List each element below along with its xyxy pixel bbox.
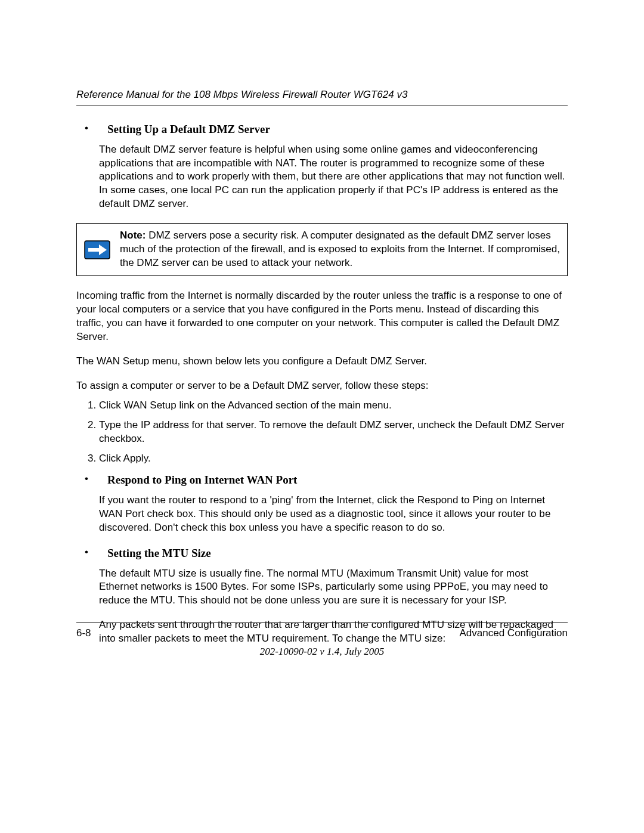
- section-dmz: • Setting Up a Default DMZ Server: [76, 122, 568, 137]
- section-heading-dmz: Setting Up a Default DMZ Server: [107, 122, 270, 137]
- arrow-right-icon: [84, 240, 110, 259]
- bullet-icon: •: [76, 472, 107, 488]
- note-label: Note:: [120, 230, 145, 241]
- note-text: Note: DMZ servers pose a security risk. …: [117, 224, 567, 275]
- paragraph: If you want the router to respond to a '…: [99, 494, 568, 535]
- section-dmz-body: The default DMZ server feature is helpfu…: [99, 143, 568, 212]
- list-item: Type the IP address for that server. To …: [99, 419, 568, 446]
- section-ping-body: If you want the router to respond to a '…: [99, 494, 568, 535]
- steps-list: Click WAN Setup link on the Advanced sec…: [76, 399, 568, 466]
- note-box: Note: DMZ servers pose a security risk. …: [76, 223, 568, 276]
- page-number: 6-8: [76, 627, 91, 640]
- paragraph: To assign a computer or server to be a D…: [76, 379, 568, 393]
- step-text: Click Apply.: [99, 453, 151, 464]
- step-text: Click WAN Setup link on the Advanced sec…: [99, 400, 392, 411]
- list-item: Click Apply.: [99, 452, 568, 466]
- section-heading-mtu: Setting the MTU Size: [107, 546, 211, 561]
- document-page: Reference Manual for the 108 Mbps Wirele…: [0, 0, 644, 833]
- footer-rule: [76, 623, 568, 623]
- paragraph: The default MTU size is usually fine. Th…: [99, 567, 568, 608]
- note-icon-cell: [77, 224, 117, 275]
- footer-section-title: Advanced Configuration: [460, 627, 568, 640]
- step-text: Type the IP address for that server. To …: [99, 419, 565, 444]
- header-rule: [76, 106, 568, 106]
- footer-docid: 202-10090-02 v 1.4, July 2005: [76, 645, 568, 659]
- list-item: Click WAN Setup link on the Advanced sec…: [99, 399, 568, 413]
- svg-rect-1: [88, 248, 99, 252]
- paragraph: The WAN Setup menu, shown below lets you…: [76, 355, 568, 368]
- footer-line: 6-8 Advanced Configuration: [76, 627, 568, 640]
- note-body: DMZ servers pose a security risk. A comp…: [120, 230, 560, 268]
- section-mtu: • Setting the MTU Size: [76, 546, 568, 561]
- bullet-icon: •: [76, 122, 107, 137]
- bullet-icon: •: [76, 546, 107, 561]
- page-footer: 6-8 Advanced Configuration 202-10090-02 …: [76, 623, 568, 659]
- section-ping: • Respond to Ping on Internet WAN Port: [76, 472, 568, 488]
- paragraph: Incoming traffic from the Internet is no…: [76, 289, 568, 344]
- section-heading-ping: Respond to Ping on Internet WAN Port: [107, 472, 297, 488]
- running-header: Reference Manual for the 108 Mbps Wirele…: [76, 88, 568, 102]
- paragraph: The default DMZ server feature is helpfu…: [99, 143, 568, 212]
